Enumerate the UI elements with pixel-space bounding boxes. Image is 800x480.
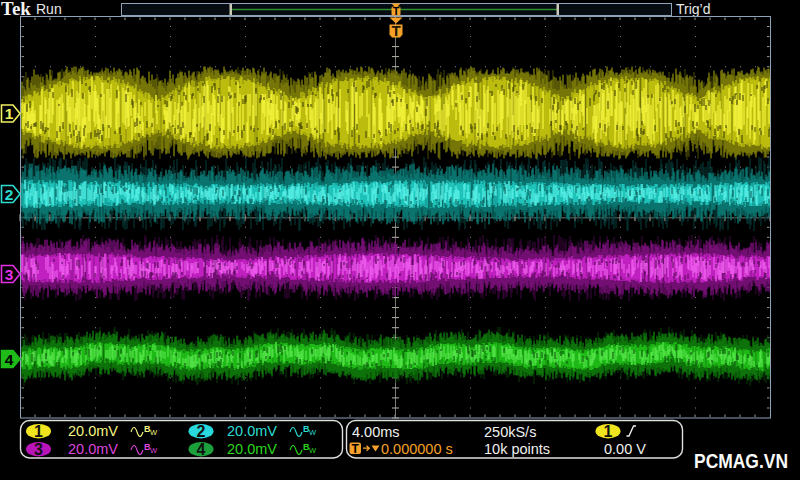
- svg-text:20.0mV: 20.0mV: [68, 441, 118, 457]
- svg-text:2: 2: [5, 186, 14, 203]
- svg-text:2: 2: [197, 423, 206, 440]
- svg-text:PCMAG.VN: PCMAG.VN: [694, 450, 788, 472]
- svg-text:W: W: [150, 446, 158, 455]
- svg-text:250kS/s: 250kS/s: [484, 424, 536, 440]
- svg-text:20.0mV: 20.0mV: [227, 423, 277, 439]
- svg-text:W: W: [309, 446, 317, 455]
- svg-text:0.00 V: 0.00 V: [604, 441, 646, 457]
- svg-text:W: W: [309, 428, 317, 437]
- svg-text:3: 3: [5, 266, 14, 283]
- svg-text:Run: Run: [36, 1, 62, 17]
- svg-text:0.000000 s: 0.000000 s: [381, 441, 453, 457]
- svg-text:Trig’d: Trig’d: [676, 1, 711, 17]
- svg-text:T: T: [393, 5, 400, 17]
- svg-text:1: 1: [5, 105, 14, 122]
- svg-text:1: 1: [34, 423, 43, 440]
- svg-text:3: 3: [34, 441, 43, 458]
- svg-text:20.0mV: 20.0mV: [227, 441, 277, 457]
- svg-text:10k points: 10k points: [484, 441, 550, 457]
- svg-text:4: 4: [5, 351, 14, 368]
- svg-text:T: T: [391, 22, 400, 39]
- svg-text:W: W: [150, 428, 158, 437]
- svg-text:1: 1: [604, 423, 613, 440]
- svg-text:4: 4: [197, 441, 206, 458]
- svg-text:T: T: [352, 442, 360, 456]
- svg-text:4.00ms: 4.00ms: [352, 424, 400, 440]
- svg-text:20.0mV: 20.0mV: [68, 423, 118, 439]
- svg-text:Tek: Tek: [1, 0, 31, 19]
